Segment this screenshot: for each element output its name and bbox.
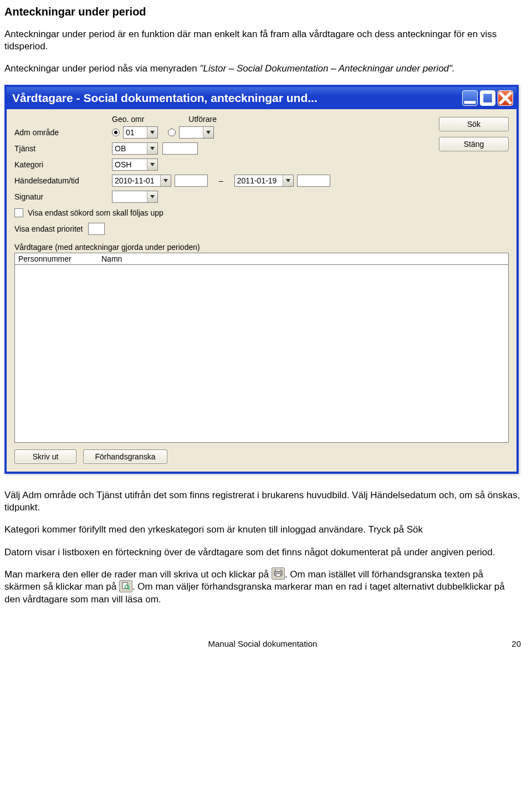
chevron-down-icon: [283, 175, 293, 186]
row-kategori: Kategori OSH: [14, 157, 439, 172]
label-signatur: Signatur: [14, 192, 112, 201]
list-area: Vårdtagare (med anteckningar gjorda unde…: [14, 243, 509, 443]
chevron-down-icon: [203, 127, 213, 138]
label-handelse: Händelsedatum/tid: [14, 176, 112, 185]
maximize-button[interactable]: [480, 90, 495, 106]
svg-rect-4: [276, 574, 280, 576]
right-buttons: Sök Stäng: [439, 115, 509, 237]
list-header: Personnummer Namn: [14, 253, 509, 264]
paragraph-listbox: Datorn visar i listboxen en förteckning …: [4, 546, 521, 559]
svg-rect-2: [275, 569, 281, 571]
input-time-to[interactable]: [297, 175, 330, 187]
col-personnummer: Personnummer: [18, 254, 90, 263]
label-kategori: Kategori: [14, 160, 112, 169]
close-button[interactable]: [498, 90, 513, 106]
chevron-down-icon: [160, 175, 171, 186]
date-to-value: 2011-01-19: [235, 176, 283, 185]
chevron-down-icon: [147, 159, 157, 170]
combo-signatur[interactable]: [112, 191, 158, 203]
radio-geo[interactable]: [112, 129, 120, 136]
row-adm: Adm område 01: [14, 125, 439, 140]
app-body: Geo. omr Utförare Adm område 01: [7, 109, 516, 472]
svg-rect-1: [482, 93, 494, 104]
page-title: Anteckningar under period: [4, 6, 521, 18]
intro-paragraph-2: Anteckningar under period nås via menyra…: [4, 63, 521, 75]
input-time-from[interactable]: [175, 175, 208, 187]
forhandsgranska-button[interactable]: Förhandsgranska: [83, 449, 167, 464]
intro2-path: "Listor – Social Dokumentation – Anteckn…: [200, 63, 455, 74]
combo-date-to[interactable]: 2011-01-19: [234, 175, 294, 187]
col-namn: Namn: [101, 254, 122, 263]
input-tjanst-extra[interactable]: [162, 142, 198, 155]
row-handelse: Händelsedatum/tid 2010-11-01 – 2011-01-1…: [14, 173, 439, 188]
stang-button[interactable]: Stäng: [439, 137, 509, 151]
row-visa-prio: Visa endast prioritet: [14, 221, 439, 237]
sok-button[interactable]: Sök: [439, 117, 509, 131]
row-signatur: Signatur: [14, 189, 439, 204]
chevron-down-icon: [147, 191, 157, 202]
footer: Manual Social dokumentation 20: [4, 639, 521, 648]
titlebar: Vårdtagare - Social dokumentation, antec…: [7, 87, 516, 109]
list-box[interactable]: [14, 264, 509, 443]
input-visa-prio[interactable]: [88, 223, 105, 235]
chevron-down-icon: [147, 143, 157, 154]
combo-adm-geo-value: 01: [124, 128, 147, 137]
label-visa-sokord: Visa endast sökord som skall följas upp: [28, 208, 163, 217]
header-utforare: Utförare: [188, 115, 217, 124]
p5a: Man markera den eller de rader man vill …: [4, 569, 272, 580]
list-caption: Vårdtagare (med anteckningar gjorda unde…: [14, 243, 509, 252]
date-dash: –: [208, 176, 234, 185]
combo-adm-utf[interactable]: [179, 126, 214, 139]
intro2-plain: Anteckningar under period nås via menyra…: [4, 63, 200, 74]
paragraph-kategori: Kategori kommer förifyllt med den yrkesk…: [4, 524, 521, 536]
combo-date-from[interactable]: 2010-11-01: [112, 175, 171, 187]
footer-page-number: 20: [499, 639, 521, 648]
combo-adm-geo[interactable]: 01: [123, 126, 158, 139]
app-window: Vårdtagare - Social dokumentation, antec…: [4, 85, 519, 474]
bottom-buttons: Skriv ut Förhandsgranska: [14, 449, 509, 464]
printer-icon: [272, 567, 285, 580]
label-tjanst: Tjänst: [14, 144, 112, 153]
window-title: Vårdtagare - Social dokumentation, antec…: [12, 91, 460, 105]
intro-paragraph-1: Anteckningar under period är en funktion…: [4, 28, 521, 53]
svg-rect-0: [464, 101, 476, 104]
combo-kategori-value: OSH: [112, 160, 147, 169]
row-tjanst: Tjänst OB: [14, 141, 439, 156]
label-visa-prio: Visa endast prioritet: [14, 224, 83, 233]
paragraph-adm-tjanst: Välj Adm område och Tjänst utifrån det s…: [4, 489, 521, 514]
checkbox-visa-sokord[interactable]: [14, 208, 23, 217]
radio-utforare[interactable]: [168, 129, 176, 136]
combo-tjanst-value: OB: [112, 144, 147, 153]
label-adm: Adm område: [14, 128, 112, 137]
paragraph-print-preview: Man markera den eller de rader man vill …: [4, 569, 521, 606]
skriv-ut-button[interactable]: Skriv ut: [14, 449, 76, 464]
chevron-down-icon: [147, 127, 157, 138]
footer-center: Manual Social dokumentation: [27, 639, 499, 648]
magnifier-icon: [119, 580, 132, 592]
combo-kategori[interactable]: OSH: [112, 158, 158, 171]
column-headers-row: Geo. omr Utförare: [14, 115, 439, 124]
combo-tjanst[interactable]: OB: [112, 142, 158, 155]
svg-line-7: [128, 588, 130, 590]
date-from-value: 2010-11-01: [112, 176, 160, 185]
header-geo: Geo. omr: [112, 115, 144, 124]
row-visa-sokord: Visa endast sökord som skall följas upp: [14, 205, 439, 221]
minimize-button[interactable]: [462, 90, 478, 106]
